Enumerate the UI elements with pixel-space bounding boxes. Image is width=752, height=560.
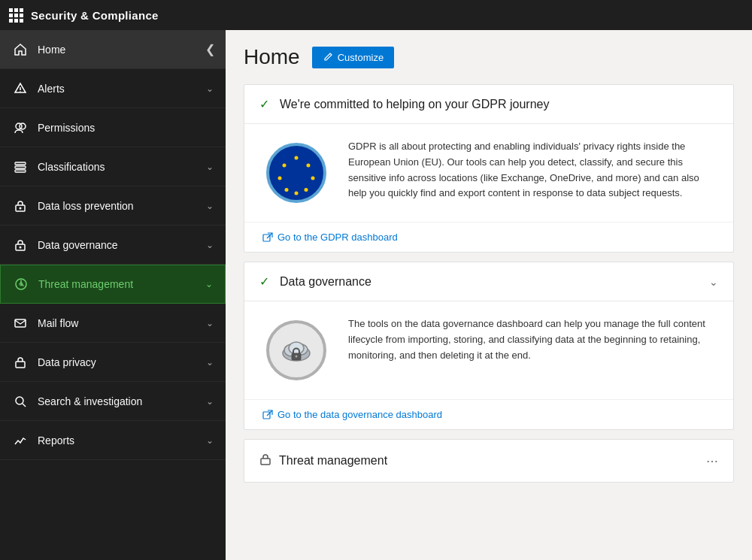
- gdpr-link-label: Go to the GDPR dashboard: [277, 232, 398, 243]
- threat-more-icon[interactable]: ⋯: [706, 454, 718, 468]
- svg-rect-26: [263, 235, 270, 241]
- gdpr-check-icon: ✓: [259, 97, 269, 111]
- sidebar-mail-label: Mail flow: [38, 317, 206, 329]
- data-governance-card: ✓ Data governance ⌄: [244, 262, 734, 430]
- sidebar-item-search-investigation[interactable]: Search & investigation ⌄: [0, 382, 226, 421]
- svg-point-19: [311, 177, 315, 180]
- sidebar: ❮ Home Alerts ⌄: [0, 30, 226, 560]
- gdpr-card: ✓ We're committed to helping on your GDP…: [244, 84, 734, 253]
- sidebar-threat-label: Threat management: [38, 278, 205, 290]
- pencil-icon: [323, 52, 333, 62]
- page-header: Home Customize: [244, 45, 734, 69]
- content-area: Home Customize ✓ We're committed to help…: [226, 30, 752, 560]
- app-grid-icon[interactable]: [9, 8, 23, 23]
- search-chevron-icon: ⌄: [206, 396, 214, 407]
- sidebar-search-label: Search & investigation: [38, 395, 206, 407]
- svg-point-20: [305, 188, 308, 192]
- dlp-chevron-icon: ⌄: [206, 201, 214, 211]
- reports-icon: [12, 432, 29, 449]
- sidebar-item-alerts[interactable]: Alerts ⌄: [0, 69, 226, 108]
- sidebar-item-mail-flow[interactable]: Mail flow ⌄: [0, 304, 226, 343]
- link-icon: [262, 232, 273, 243]
- data-privacy-chevron-icon: ⌄: [206, 357, 214, 368]
- svg-rect-5: [15, 166, 26, 168]
- data-governance-card-title: Data governance: [280, 275, 702, 289]
- svg-point-18: [306, 164, 310, 168]
- gdpr-card-body: GDPR is all about protecting and enablin…: [244, 124, 733, 222]
- data-governance-icon: [12, 237, 29, 253]
- sidebar-item-home[interactable]: Home: [0, 30, 226, 69]
- threat-management-card-header[interactable]: Threat management ⋯: [244, 440, 733, 482]
- data-privacy-icon: [12, 354, 29, 371]
- threat-management-card-title: Threat management: [279, 454, 699, 468]
- sidebar-item-permissions[interactable]: Permissions: [0, 108, 226, 147]
- sidebar-permissions-label: Permissions: [38, 122, 214, 134]
- svg-rect-13: [15, 319, 26, 327]
- gdpr-card-title: We're committed to helping on your GDPR …: [280, 98, 718, 111]
- svg-rect-36: [261, 459, 270, 465]
- svg-point-17: [295, 156, 299, 160]
- svg-point-24: [283, 164, 287, 168]
- reports-chevron-icon: ⌄: [206, 435, 214, 446]
- sidebar-item-classifications[interactable]: Classifications ⌄: [0, 147, 226, 186]
- svg-rect-4: [15, 162, 26, 165]
- sidebar-reports-label: Reports: [38, 434, 206, 446]
- sidebar-dlp-label: Data loss prevention: [38, 200, 206, 212]
- cloud-governance-icon: [266, 320, 326, 380]
- sidebar-data-privacy-label: Data privacy: [38, 356, 206, 368]
- page-title: Home: [244, 45, 300, 69]
- gdpr-card-text: GDPR is all about protecting and enablin…: [348, 139, 715, 201]
- svg-point-8: [20, 207, 22, 209]
- main-layout: ❮ Home Alerts ⌄: [0, 30, 752, 560]
- svg-point-21: [295, 192, 299, 195]
- alerts-chevron-icon: ⌄: [206, 83, 214, 94]
- alert-icon: [12, 80, 29, 97]
- svg-point-10: [20, 246, 22, 248]
- data-governance-body-text: The tools on the data governance dashboa…: [348, 316, 715, 363]
- data-governance-link-label: Go to the data governance dashboard: [277, 409, 442, 420]
- threat-management-card: Threat management ⋯: [244, 439, 734, 483]
- data-governance-expand-icon[interactable]: ⌄: [709, 276, 718, 288]
- customize-button[interactable]: Customize: [312, 47, 394, 68]
- threat-icon: [13, 276, 29, 292]
- eu-flag-icon: [266, 143, 326, 203]
- svg-point-22: [285, 188, 289, 192]
- sidebar-item-data-governance[interactable]: Data governance ⌄: [0, 226, 226, 265]
- app-title: Security & Compliance: [31, 9, 159, 22]
- svg-point-15: [16, 397, 23, 404]
- data-governance-check-icon: ✓: [259, 274, 269, 289]
- top-bar: Security & Compliance: [0, 0, 752, 30]
- data-governance-card-header[interactable]: ✓ Data governance ⌄: [244, 262, 733, 301]
- data-governance-card-text: The tools on the data governance dashboa…: [348, 316, 715, 363]
- customize-label: Customize: [338, 52, 384, 63]
- gdpr-card-header[interactable]: ✓ We're committed to helping on your GDP…: [244, 85, 733, 124]
- sidebar-classifications-label: Classifications: [38, 161, 206, 173]
- permissions-icon: [12, 120, 29, 136]
- data-governance-dashboard-link[interactable]: Go to the data governance dashboard: [244, 399, 733, 429]
- gdpr-dashboard-link[interactable]: Go to the GDPR dashboard: [244, 222, 733, 252]
- home-icon: [12, 41, 29, 58]
- mail-chevron-icon: ⌄: [206, 318, 214, 328]
- sidebar-home-label: Home: [38, 44, 214, 56]
- sidebar-item-reports[interactable]: Reports ⌄: [0, 421, 226, 460]
- svg-point-1: [20, 91, 21, 92]
- svg-point-23: [278, 177, 282, 180]
- svg-point-3: [20, 123, 26, 129]
- sidebar-data-governance-label: Data governance: [38, 239, 206, 251]
- dlp-icon: [12, 198, 29, 214]
- threat-chevron-icon: ⌄: [205, 279, 213, 289]
- search-icon: [12, 393, 29, 410]
- threat-lock-icon: [259, 453, 271, 468]
- sidebar-item-data-loss-prevention[interactable]: Data loss prevention ⌄: [0, 186, 226, 226]
- cloud-icon-area: [262, 316, 330, 384]
- gdpr-body-text: GDPR is all about protecting and enablin…: [348, 139, 715, 201]
- svg-line-16: [23, 404, 26, 407]
- svg-point-33: [296, 356, 298, 358]
- eu-flag-icon-area: [262, 139, 330, 207]
- svg-rect-14: [16, 362, 25, 368]
- sidebar-item-data-privacy[interactable]: Data privacy ⌄: [0, 343, 226, 382]
- data-governance-chevron-icon: ⌄: [206, 240, 214, 250]
- sidebar-collapse-button[interactable]: ❮: [202, 39, 218, 59]
- sidebar-item-threat-management[interactable]: Threat management ⌄: [0, 265, 226, 304]
- classifications-icon: [12, 159, 29, 175]
